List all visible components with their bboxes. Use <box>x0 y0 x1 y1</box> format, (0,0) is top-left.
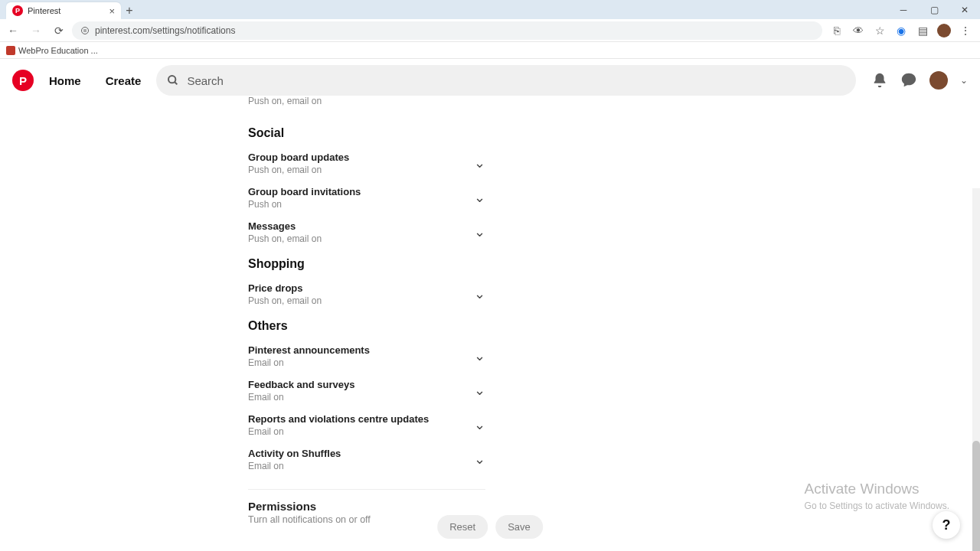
section-social-title: Social <box>248 119 485 146</box>
notifications-icon[interactable] <box>871 72 888 89</box>
section-others-title: Others <box>248 311 485 339</box>
section-shopping-title: Shopping <box>248 249 485 277</box>
browser-menu-icon[interactable]: ⋮ <box>959 24 972 37</box>
scrollbar-thumb[interactable] <box>972 441 980 551</box>
close-window-icon[interactable]: ✕ <box>949 0 980 19</box>
install-icon[interactable]: ⎘ <box>830 24 844 37</box>
search-icon <box>167 74 179 86</box>
search-bar[interactable]: Search <box>156 65 856 96</box>
nav-home[interactable]: Home <box>40 74 90 87</box>
forward-button[interactable]: → <box>26 21 46 41</box>
pinterest-logo-icon[interactable]: P <box>12 70 34 91</box>
row-price-drops[interactable]: Price dropsPush on, email on ⌄ <box>248 277 485 311</box>
window-controls: ─ ▢ ✕ <box>888 0 980 19</box>
chevron-down-icon: ⌄ <box>474 220 485 240</box>
account-menu-chevron-icon[interactable]: ⌄ <box>960 75 968 86</box>
app-icon[interactable]: ▤ <box>916 24 929 37</box>
close-tab-icon[interactable]: × <box>109 5 115 17</box>
minimize-icon[interactable]: ─ <box>888 0 919 19</box>
chevron-down-icon: ⌄ <box>474 413 485 433</box>
save-bar: Reset Save <box>437 515 543 539</box>
divider <box>248 489 485 490</box>
svg-point-3 <box>168 76 175 83</box>
browser-tab[interactable]: P Pinterest × <box>6 2 121 19</box>
maximize-icon[interactable]: ▢ <box>919 0 949 19</box>
browser-toolbar: ← → ⟳ pinterest.com/settings/notificatio… <box>0 19 980 42</box>
svg-point-0 <box>82 27 89 34</box>
row-messages[interactable]: MessagesPush on, email on ⌄ <box>248 215 485 249</box>
chevron-down-icon: ⌄ <box>474 152 485 171</box>
user-avatar[interactable] <box>929 71 948 90</box>
svg-line-4 <box>175 82 177 84</box>
address-bar[interactable]: pinterest.com/settings/notifications <box>72 21 822 40</box>
chevron-down-icon: ⌄ <box>474 282 485 302</box>
new-tab-button[interactable]: + <box>121 2 138 19</box>
settings-content: Push on, email on Social Group board upd… <box>0 94 980 551</box>
reset-button[interactable]: Reset <box>437 515 488 539</box>
tab-title: Pinterest <box>28 6 60 15</box>
windows-watermark: Activate Windows Go to Settings to activ… <box>805 481 949 511</box>
browser-titlebar: P Pinterest × + ─ ▢ ✕ <box>0 0 980 19</box>
prev-item-status: Push on, email on <box>248 94 485 119</box>
row-feedback-surveys[interactable]: Feedback and surveysEmail on ⌄ <box>248 373 485 408</box>
nav-create[interactable]: Create <box>96 74 151 87</box>
chevron-down-icon: ⌄ <box>474 344 485 364</box>
messages-icon[interactable] <box>900 72 917 89</box>
browser-profile-avatar[interactable] <box>937 24 951 37</box>
extension-icon[interactable]: ◉ <box>894 24 908 37</box>
scrollbar-track[interactable] <box>972 188 980 551</box>
site-info-icon[interactable] <box>80 25 90 36</box>
save-button[interactable]: Save <box>495 515 543 539</box>
row-group-board-invitations[interactable]: Group board invitationsPush on ⌄ <box>248 181 485 215</box>
bookmarks-bar: WebPro Education ... <box>0 42 980 59</box>
back-button[interactable]: ← <box>3 21 23 41</box>
row-reports-violations[interactable]: Reports and violations centre updatesEma… <box>248 408 485 442</box>
toolbar-right: ⎘ 👁 ☆ ◉ ▤ ⋮ <box>825 24 977 37</box>
chevron-down-icon: ⌄ <box>474 379 485 399</box>
incognito-icon[interactable]: 👁 <box>851 24 865 37</box>
bookmark-favicon <box>6 46 15 55</box>
search-placeholder: Search <box>187 74 224 87</box>
pinterest-favicon: P <box>12 5 23 16</box>
chevron-down-icon: ⌄ <box>474 186 485 206</box>
help-button[interactable]: ? <box>933 511 960 539</box>
url-text: pinterest.com/settings/notifications <box>95 25 235 36</box>
bookmark-item[interactable]: WebPro Education ... <box>18 46 98 55</box>
reload-button[interactable]: ⟳ <box>49 21 69 41</box>
bookmark-star-icon[interactable]: ☆ <box>873 24 887 37</box>
row-activity-shuffles[interactable]: Activity on ShufflesEmail on ⌄ <box>248 442 485 477</box>
chevron-down-icon: ⌄ <box>474 448 485 468</box>
row-group-board-updates[interactable]: Group board updatesPush on, email on ⌄ <box>248 146 485 181</box>
row-pinterest-announcements[interactable]: Pinterest announcementsEmail on ⌄ <box>248 339 485 373</box>
